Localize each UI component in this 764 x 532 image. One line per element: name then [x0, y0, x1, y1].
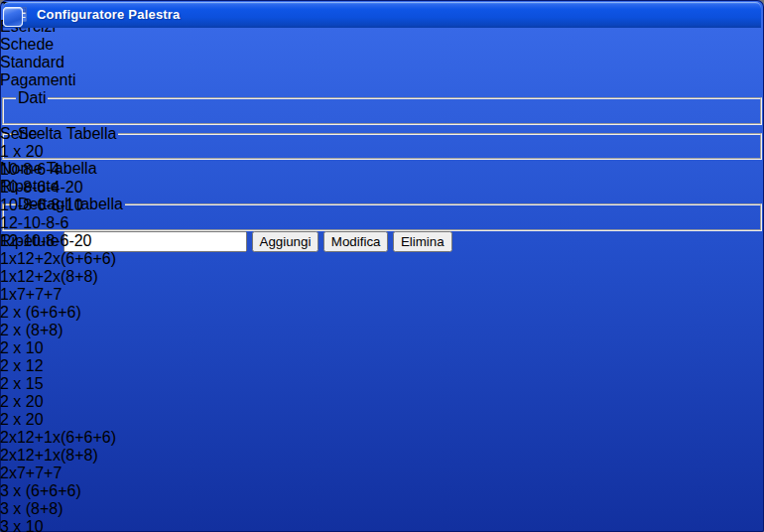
grid-row[interactable]: 10-8-6-8-10	[0, 197, 116, 214]
grid-row[interactable]: 1x7+7+7	[0, 286, 116, 304]
tab-schede-standard[interactable]: Schede Standard	[0, 36, 109, 71]
serie-grid: Serie 1 x 2010-8-6-410-8-6-4-2010-8-6-8-…	[0, 125, 116, 532]
grid-body: 1 x 2010-8-6-410-8-6-4-2010-8-6-8-1012-1…	[0, 143, 116, 532]
modifica-button[interactable]: Modifica	[323, 231, 389, 252]
grid-row[interactable]: 3 x 10	[0, 518, 116, 532]
grid-row[interactable]: 10-8-6-4-20	[0, 179, 116, 197]
grid-row[interactable]: 2 x (6+6+6)	[0, 304, 116, 322]
grid-row[interactable]: 2 x 20	[0, 411, 116, 429]
tab-label: Schede Standard	[0, 36, 64, 70]
grid-row[interactable]: 2 x 15	[0, 375, 116, 393]
close-button[interactable]	[3, 7, 23, 27]
app-window: Configuratore Palestra Tempi EserciziSch…	[0, 0, 764, 532]
grid-row[interactable]: 2 x (8+8)	[0, 322, 116, 339]
grid-row[interactable]: 12-10-8-6	[0, 214, 116, 232]
grid-row[interactable]: 3 x (6+6+6)	[0, 482, 116, 500]
grid-row[interactable]: 2 x 12	[0, 357, 116, 375]
tab-label: Pagamenti	[0, 71, 76, 88]
grid-row[interactable]: 1x12+2x(8+8)	[0, 268, 116, 286]
grid-row[interactable]: 2x7+7+7	[0, 465, 116, 482]
grid-row[interactable]: 2x12+1x(6+6+6)	[0, 429, 116, 447]
grid-row[interactable]: 10-8-6-4	[0, 161, 116, 179]
window-title: Configuratore Palestra	[37, 7, 181, 22]
group-dati-legend: Dati	[16, 89, 48, 107]
serie-column-header[interactable]: Serie	[0, 125, 116, 143]
grid-row[interactable]: 3 x (8+8)	[0, 500, 116, 518]
grid-row[interactable]: 2 x 10	[0, 339, 116, 357]
grid-row[interactable]: 2 x 20	[0, 393, 116, 411]
tab-pagamenti[interactable]: Pagamenti	[0, 71, 79, 89]
tab-page-tempi-esercizi: Dati Serie 1 x 2010-8-6-410-8-6-4-2010-8…	[0, 89, 764, 252]
elimina-button[interactable]: Elimina	[393, 231, 452, 252]
grid-row[interactable]: 2x12+1x(8+8)	[0, 447, 116, 465]
grid-row[interactable]: 1 x 20	[0, 143, 116, 161]
group-dati: Dati	[2, 89, 762, 125]
grid-row[interactable]: 12-10-8-6-20	[0, 232, 116, 250]
aggiungi-button[interactable]: Aggiungi	[252, 231, 319, 252]
title-bar[interactable]: Configuratore Palestra	[3, 2, 761, 28]
grid-row[interactable]: 1x12+2x(6+6+6)	[0, 250, 116, 268]
